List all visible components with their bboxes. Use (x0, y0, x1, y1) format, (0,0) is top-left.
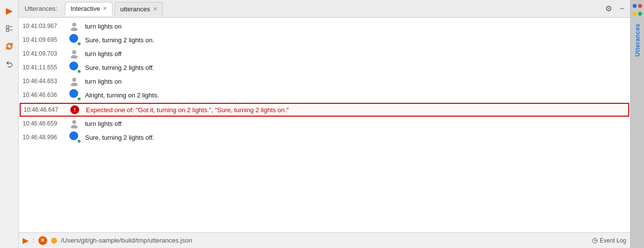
utterance-text: Alright, turning on 2 lights. (85, 92, 624, 99)
tab-utterances-label: utterances (120, 5, 150, 13)
avatar (69, 62, 85, 73)
timestamp: 10:46:44.653 (23, 78, 69, 85)
refresh-icon[interactable] (2, 39, 16, 53)
table-row: 10:41:11.655 Sure, turning 2 lights off. (19, 60, 630, 75)
tab-interactive-label: Interactive (70, 5, 100, 12)
timestamp: 10:46:46.636 (23, 92, 69, 98)
avatar (69, 119, 85, 128)
timestamp: 10:41:09.695 (23, 36, 69, 43)
table-row: 10:41:09.703 turn lights off (19, 47, 630, 60)
status-error-badge: ✕ (38, 236, 47, 245)
timestamp: 10:41:11.655 (23, 64, 69, 71)
tab-utterances-close[interactable]: ✕ (153, 6, 157, 12)
status-file-path: /Users/git/gh-sample/build/tmp/utterance… (61, 237, 192, 244)
error-message: Expected one of: "Got it, turning on 2 l… (86, 106, 623, 114)
svg-rect-0 (6, 26, 9, 28)
utterance-text: turn lights on (85, 23, 624, 30)
status-play-icon[interactable]: ▶ (23, 236, 29, 245)
sidebar-utterances-label[interactable]: Utterances (634, 24, 641, 57)
avatar (69, 34, 85, 46)
table-row: 10:46:44.653 turn lights on (19, 75, 630, 88)
svg-point-8 (72, 78, 76, 82)
table-row: 10:46:46.636 Alright, turning on 2 light… (19, 88, 630, 102)
table-row: 10:46:48.996 Sure, turning 2 lights off. (19, 130, 630, 145)
svg-rect-1 (6, 29, 9, 31)
utterance-text: turn lights on (85, 78, 624, 85)
table-row: 10:46:46.659 turn lights off (19, 117, 630, 130)
list-icon[interactable] (2, 22, 16, 35)
timestamp: 10:46:48.996 (23, 134, 69, 141)
svg-point-6 (72, 50, 76, 54)
play-icon[interactable]: ▶ (2, 4, 16, 18)
table-row: 10:41:09.695 Sure, turning 2 lights on. (19, 32, 630, 47)
utterance-text: Sure, turning 2 lights off. (85, 134, 624, 141)
event-log-button[interactable]: Event Log (592, 237, 626, 244)
timestamp: 10:46:46.647 (24, 106, 70, 113)
svg-point-11 (71, 125, 78, 128)
dot-green (638, 12, 642, 16)
status-bar: ▶ : ✕ /Users/git/gh-sample/build/tmp/utt… (19, 232, 630, 248)
utterance-text: turn lights off (85, 120, 624, 127)
tab-interactive[interactable]: Interactive ✕ (65, 2, 113, 16)
utterance-text: Sure, turning 2 lights on. (85, 36, 624, 44)
svg-point-4 (72, 23, 76, 27)
svg-point-5 (71, 28, 78, 31)
error-icon: ! (70, 105, 79, 114)
error-icon-area: ! (70, 105, 86, 114)
right-sidebar: Utterances (630, 0, 644, 248)
tab-utterances[interactable]: utterances ✕ (115, 2, 163, 16)
dot-yellow (633, 12, 637, 16)
utterance-text: Sure, turning 2 lights off. (85, 64, 624, 71)
utterances-label: Utterances: (23, 2, 59, 15)
error-row: 10:46:46.647 ! Expected one of: "Got it,… (20, 103, 629, 117)
main-content: Utterances: Interactive ✕ utterances ✕ ⚙… (19, 0, 630, 248)
minus-button[interactable]: − (618, 3, 626, 14)
timestamp: 10:41:09.703 (23, 50, 69, 57)
status-dot-orange (51, 238, 57, 244)
avatar (69, 49, 85, 59)
utterance-text: turn lights off (85, 50, 624, 58)
status-x-icon: ✕ (40, 237, 45, 244)
dot-blue (633, 4, 637, 8)
svg-point-7 (71, 55, 78, 59)
avatar (69, 131, 85, 143)
tab-bar-actions: ⚙ − (603, 3, 626, 14)
table-row: 10:41:03.967 turn lights on (19, 20, 630, 32)
sidebar-dots (633, 4, 642, 8)
avatar (69, 89, 85, 101)
event-log-label: Event Log (600, 237, 626, 244)
sidebar-dots-2 (633, 12, 642, 16)
tab-bar: Utterances: Interactive ✕ utterances ✕ ⚙… (19, 0, 630, 18)
svg-point-9 (71, 83, 78, 86)
timestamp: 10:41:03.967 (23, 23, 69, 30)
avatar (69, 76, 85, 86)
left-sidebar: ▶ (0, 0, 19, 248)
utterances-list: 10:41:03.967 turn lights on 10:41:09.695… (19, 18, 630, 232)
svg-point-10 (72, 120, 76, 124)
tab-interactive-close[interactable]: ✕ (103, 6, 107, 11)
timestamp: 10:46:46.659 (23, 120, 69, 127)
undo-icon[interactable] (2, 57, 16, 71)
avatar (69, 21, 85, 31)
status-colon: : (32, 237, 34, 244)
dot-red (638, 4, 642, 8)
gear-button[interactable]: ⚙ (603, 3, 614, 14)
